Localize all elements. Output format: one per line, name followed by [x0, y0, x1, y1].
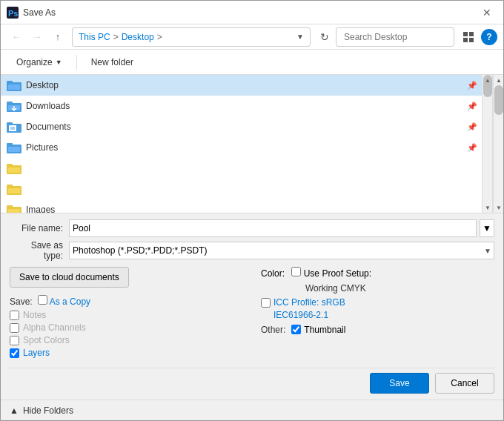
view-options-button[interactable] — [459, 27, 478, 47]
icc-profile-label[interactable]: ICC Profile: sRGBIEC61966-2.1 — [273, 296, 345, 322]
pin-icon: 📌 — [467, 102, 477, 111]
right-scrollbar[interactable]: ▲ ▼ — [493, 75, 503, 213]
breadcrumb-thispc[interactable]: This PC — [79, 32, 110, 42]
list-item[interactable]: Downloads 📌 — [1, 96, 492, 116]
footer-row: Save Cancel — [10, 368, 494, 394]
list-item[interactable]: Desktop 📌 — [1, 75, 492, 96]
svg-rect-15 — [7, 122, 13, 125]
icc-row: ICC Profile: sRGBIEC61966-2.1 — [261, 296, 494, 322]
back-button[interactable]: ← — [7, 27, 26, 47]
svg-rect-12 — [7, 102, 13, 104]
right-scroll-down-icon[interactable]: ▼ — [495, 202, 503, 213]
svg-rect-23 — [7, 164, 13, 166]
folder-pictures-icon — [7, 142, 21, 153]
window-title: Save As — [23, 7, 477, 18]
item-label: Pictures — [26, 142, 58, 153]
title-bar: Ps Save As ✕ — [1, 1, 503, 24]
toolbar-separator — [76, 55, 77, 70]
pin-icon: 📌 — [467, 81, 477, 90]
item-label: Images — [26, 205, 55, 213]
folder-yellow1-icon — [7, 162, 21, 174]
item-label: Desktop — [26, 80, 59, 90]
savetype-wrapper: Photoshop (*.PSD;*.PDD;*.PSDT) ▼ — [69, 242, 494, 259]
color-section: Color: Use Proof Setup: — [261, 267, 494, 279]
help-button[interactable]: ? — [481, 29, 497, 45]
savetype-row: Save as type: Photoshop (*.PSD;*.PDD;*.P… — [10, 240, 494, 261]
working-cmyk-label: Working CMYK — [305, 283, 494, 294]
list-item[interactable]: Documents 📌 — [1, 116, 492, 137]
close-button[interactable]: ✕ — [477, 2, 497, 23]
breadcrumb[interactable]: This PC > Desktop > ▼ — [72, 27, 311, 47]
breadcrumb-dropdown-icon[interactable]: ▼ — [296, 33, 304, 41]
save-button[interactable]: Save — [370, 373, 429, 394]
svg-rect-5 — [469, 32, 474, 36]
refresh-button[interactable]: ↻ — [315, 27, 334, 47]
hide-folders-bar[interactable]: ▲ Hide Folders — [1, 400, 503, 420]
save-cloud-button[interactable]: Save to cloud documents — [10, 267, 129, 288]
list-item[interactable]: Images — [1, 199, 492, 213]
save-as-copy-row: As a Copy — [38, 296, 90, 307]
organize-dropdown-icon: ▼ — [56, 59, 62, 66]
view-icon — [462, 31, 474, 43]
folder-downloads-icon — [7, 100, 21, 112]
scrollbar-track[interactable]: ▲ ▼ — [482, 75, 492, 213]
spot-colors-checkbox[interactable] — [10, 336, 19, 345]
up-button[interactable]: ↑ — [48, 27, 67, 47]
cancel-button[interactable]: Cancel — [435, 373, 494, 394]
icc-profile-link[interactable]: ICC Profile: sRGBIEC61966-2.1 — [273, 297, 345, 320]
as-copy-checkbox[interactable] — [38, 295, 47, 305]
scroll-up-icon[interactable]: ▲ — [484, 75, 491, 85]
organize-button[interactable]: Organize ▼ — [10, 53, 69, 72]
use-proof-label: Use Proof Setup: — [304, 268, 371, 279]
list-item[interactable]: Pictures 📌 — [1, 137, 492, 158]
right-scroll-up-icon[interactable]: ▲ — [495, 75, 503, 85]
list-item[interactable] — [1, 158, 492, 179]
svg-rect-6 — [463, 38, 468, 42]
as-copy-label[interactable]: As a Copy — [50, 296, 90, 307]
folder-images1-icon — [7, 204, 21, 213]
savetype-select[interactable]: Photoshop (*.PSD;*.PDD;*.PSDT) — [69, 242, 494, 259]
item-label: Documents — [26, 122, 71, 132]
filename-input[interactable] — [69, 219, 477, 237]
svg-rect-10 — [8, 84, 20, 90]
breadcrumb-sep1: > — [113, 32, 119, 42]
use-proof-checkbox[interactable] — [291, 267, 301, 276]
options-area: Save to cloud documents Save: As a Copy … — [10, 267, 494, 360]
svg-text:Ps: Ps — [8, 9, 18, 18]
pin-icon: 📌 — [467, 143, 477, 153]
pin-icon: 📌 — [467, 122, 477, 132]
filename-dropdown-icon[interactable]: ▼ — [480, 219, 494, 237]
scroll-down-icon[interactable]: ▼ — [484, 202, 491, 213]
notes-row: Notes — [10, 310, 243, 320]
svg-rect-9 — [7, 81, 13, 83]
breadcrumb-desktop[interactable]: Desktop — [122, 32, 154, 42]
save-section-title: Save: As a Copy — [10, 295, 243, 307]
svg-rect-24 — [8, 168, 20, 173]
right-scrollbar-thumb[interactable] — [494, 85, 503, 115]
svg-rect-16 — [9, 125, 16, 131]
breadcrumb-sep2: > — [157, 32, 162, 42]
bottom-panel: File name: ▼ Save as type: Photoshop (*.… — [1, 213, 503, 400]
layers-checkbox[interactable] — [10, 348, 19, 358]
thumbnail-checkbox[interactable] — [291, 325, 301, 334]
notes-checkbox[interactable] — [10, 311, 19, 320]
item-label: Downloads — [26, 101, 70, 111]
app-icon: Ps — [7, 7, 19, 19]
alpha-channels-checkbox[interactable] — [10, 323, 19, 333]
other-label: Other: — [261, 325, 285, 335]
alpha-channels-label: Alpha Channels — [23, 322, 86, 333]
svg-rect-7 — [469, 38, 474, 42]
svg-rect-20 — [7, 143, 13, 145]
folder-yellow2-icon — [7, 183, 21, 195]
folder-documents-icon — [7, 121, 21, 133]
layers-label: Layers — [23, 348, 50, 358]
nav-bar: ← → ↑ This PC > Desktop > ▼ ↻ ? — [1, 24, 503, 50]
search-input[interactable] — [344, 32, 455, 42]
list-item[interactable] — [1, 179, 492, 199]
new-folder-button[interactable]: New folder — [84, 53, 140, 72]
svg-rect-30 — [8, 209, 20, 213]
options-left: Save to cloud documents Save: As a Copy … — [10, 267, 243, 360]
forward-button[interactable]: → — [27, 27, 47, 47]
svg-rect-29 — [7, 205, 13, 208]
icc-profile-checkbox[interactable] — [261, 298, 271, 308]
